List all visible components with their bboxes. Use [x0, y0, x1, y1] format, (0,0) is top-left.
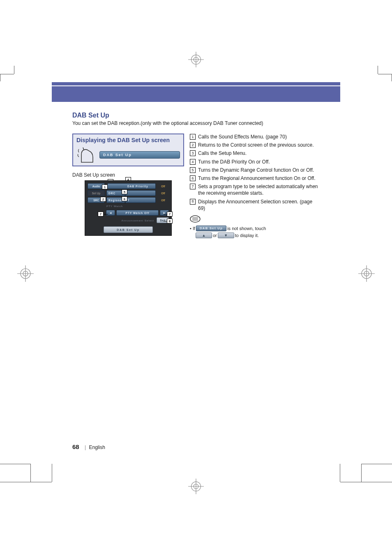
announcement-select-label: Announcement Select — [88, 219, 155, 222]
desc-item-5: 5 Turns the Dynamic Range Control functi… — [190, 167, 320, 173]
registration-mark-icon — [188, 52, 204, 67]
pty-prev-button[interactable]: ◄ — [106, 210, 115, 216]
callout-1: 1 — [102, 184, 108, 189]
regional-int-row[interactable]: Regional INT — [106, 197, 156, 203]
page-language: English — [89, 444, 105, 450]
scroll-down-button[interactable]: ▼ — [218, 233, 234, 238]
desc-item-1: 1 Calls the Sound Effects Menu. (page 70… — [190, 134, 320, 140]
crop-mark — [0, 74, 0, 81]
callout-8: 8 — [167, 219, 173, 223]
note-icon — [190, 215, 201, 223]
screen-title-plate: DAB Set Up — [104, 226, 153, 233]
crop-mark — [0, 74, 14, 74]
crop-mark — [0, 464, 30, 464]
touch-hand-icon — [76, 147, 95, 163]
crop-mark — [340, 464, 340, 482]
desc-item-2: 2 Returns to the Control screen of the p… — [190, 142, 320, 148]
desc-item-6: 6 Turns the Regional Announcement functi… — [190, 175, 320, 182]
crop-mark — [362, 464, 392, 464]
desc-item-4: 4 Turns the DAB Priority On or Off. — [190, 159, 320, 165]
page-header — [52, 82, 340, 102]
dab-priority-value: Off — [157, 183, 169, 189]
crop-mark — [0, 482, 52, 482]
registration-mark-icon — [358, 265, 375, 282]
desc-item-8: 8 Displays the Announcement Selection sc… — [190, 198, 320, 212]
page-number: 68 — [72, 443, 79, 450]
crop-mark — [340, 482, 392, 482]
dab-priority-row[interactable]: DAB Priority — [107, 183, 156, 189]
crop-mark — [14, 66, 14, 74]
crop-mark — [52, 464, 52, 482]
section-subtitle: You can set the DAB reception.(only with… — [72, 120, 320, 126]
note-dab-setup-button[interactable]: DAB Set Up — [196, 226, 226, 231]
desc-item-7: 7 Sets a program type to be selected aut… — [190, 183, 320, 196]
crop-mark — [361, 464, 362, 482]
page-footer: 68 | English — [72, 443, 105, 450]
dab-setup-tab[interactable]: DAB Set Up — [99, 151, 180, 159]
procedure-box: Displaying the DAB Set Up screen DAB Set… — [72, 134, 184, 166]
desc-item-3: 3 Calls the Setup Menu. — [190, 150, 320, 157]
drc-value: Off — [157, 190, 169, 196]
note-text: • If DAB Set Up is not shown, touch — [190, 226, 320, 232]
drc-row[interactable]: DRC — [106, 190, 156, 196]
pty-watch-value[interactable]: PTY Watch Off — [116, 210, 159, 216]
callout-6: 6 — [122, 196, 127, 201]
device-screenshot: 3 4 Audio Menu« DAB Priority Off Set Up — [85, 180, 172, 236]
procedure-title: Displaying the DAB Set Up screen — [76, 137, 180, 143]
callout-7-right: 7 — [167, 212, 173, 216]
callout-2: 2 — [100, 197, 106, 202]
callout-7-left: 7 — [98, 212, 104, 216]
regional-int-value: Off — [157, 197, 169, 203]
crop-mark — [30, 464, 31, 482]
scroll-up-button[interactable]: ▲ — [196, 233, 212, 238]
callout-5: 5 — [122, 189, 127, 194]
registration-mark-icon — [188, 479, 204, 494]
setup-button[interactable]: Set Up — [88, 190, 105, 196]
section-title: DAB Set Up — [72, 112, 320, 119]
crop-mark — [378, 66, 378, 74]
pty-watch-label: PTY Watch — [106, 205, 169, 207]
registration-mark-icon — [17, 265, 34, 282]
crop-mark — [378, 74, 392, 74]
note-text-line2: ▲ or ▼ to display it. — [190, 233, 320, 239]
